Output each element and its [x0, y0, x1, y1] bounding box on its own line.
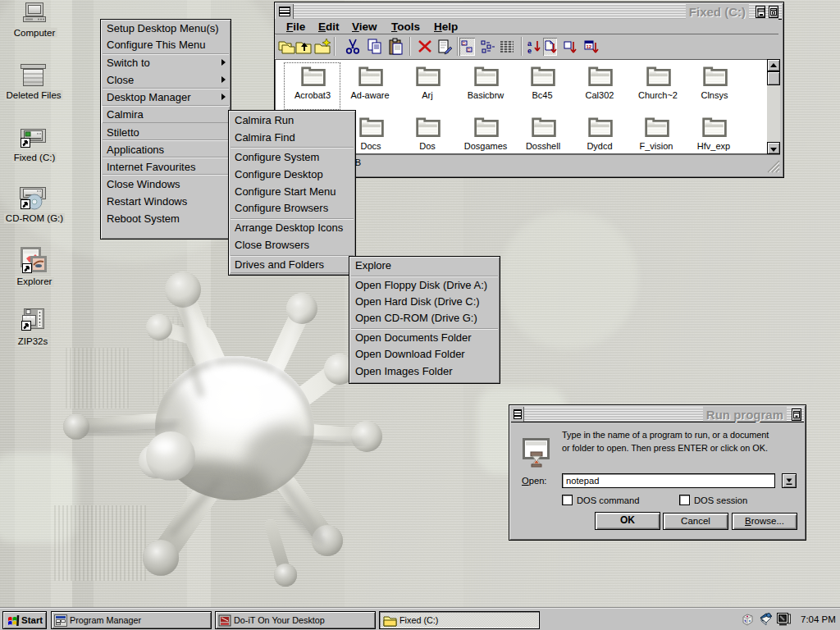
svg-text:12: 12: [587, 44, 592, 49]
svg-text:D: D: [468, 48, 471, 52]
svg-text:e: e: [527, 47, 532, 55]
svg-text:D: D: [463, 41, 466, 46]
